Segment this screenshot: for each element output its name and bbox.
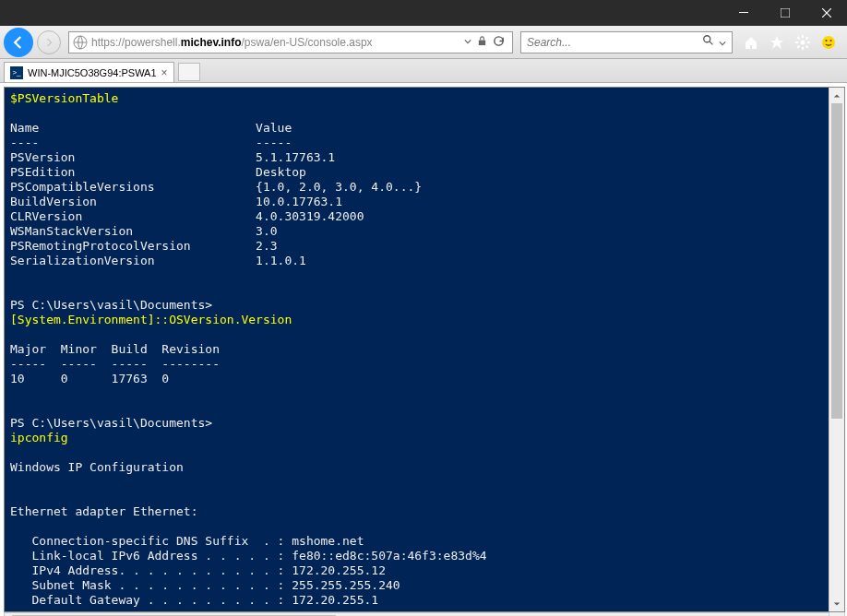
scroll-up-button[interactable] [829,88,844,103]
svg-rect-1 [781,8,790,18]
powershell-console[interactable]: $PSVersionTable Name Value ---- ----- PS… [5,88,829,611]
url-dropdown-icon[interactable] [464,37,471,47]
minimize-button[interactable] [722,0,764,26]
svg-rect-0 [739,12,748,13]
tab-title: WIN-MJIC5O38G94:PSWA1 [28,67,157,78]
scroll-track[interactable] [829,103,844,596]
scroll-corner [829,612,845,616]
tab-pswa[interactable]: >_ WIN-MJIC5O38G94:PSWA1 × [4,62,174,82]
refresh-icon[interactable] [493,35,505,49]
favorites-icon[interactable] [769,35,784,50]
close-button[interactable] [805,0,847,26]
lock-icon[interactable] [477,36,487,48]
svg-line-7 [710,41,713,44]
scroll-down-button[interactable] [829,596,844,611]
search-icon[interactable] [702,34,715,51]
svg-point-8 [801,40,805,44]
url-text: https://powershell.michev.info/pswa/en-U… [91,36,460,49]
window-titlebar [0,0,847,26]
search-bar[interactable] [520,31,733,53]
vertical-scrollbar[interactable] [829,88,844,611]
horizontal-scrollbar[interactable] [4,612,829,616]
browser-navbar: https://powershell.michev.info/pswa/en-U… [0,26,847,59]
tab-bar: >_ WIN-MJIC5O38G94:PSWA1 × [0,59,847,83]
feedback-icon[interactable] [821,35,836,50]
search-dropdown-icon[interactable] [719,34,726,51]
address-bar[interactable]: https://powershell.michev.info/pswa/en-U… [68,31,513,53]
svg-point-9 [822,36,835,49]
back-button[interactable] [4,28,33,57]
toolbar-icons [736,35,843,50]
svg-point-6 [704,35,710,41]
search-input[interactable] [527,36,702,49]
svg-rect-5 [479,41,485,46]
site-identity-icon [73,35,88,50]
scroll-thumb[interactable] [831,103,842,419]
tab-close-icon[interactable]: × [161,66,168,79]
svg-point-11 [830,40,832,41]
maximize-button[interactable] [764,0,805,26]
settings-icon[interactable] [795,35,810,50]
new-tab-button[interactable] [178,63,200,81]
home-icon[interactable] [744,35,758,50]
svg-point-10 [826,40,828,41]
tab-favicon-icon: >_ [10,66,23,79]
forward-button[interactable] [37,30,61,54]
page-content: $PSVersionTable Name Value ---- ----- PS… [0,83,847,616]
